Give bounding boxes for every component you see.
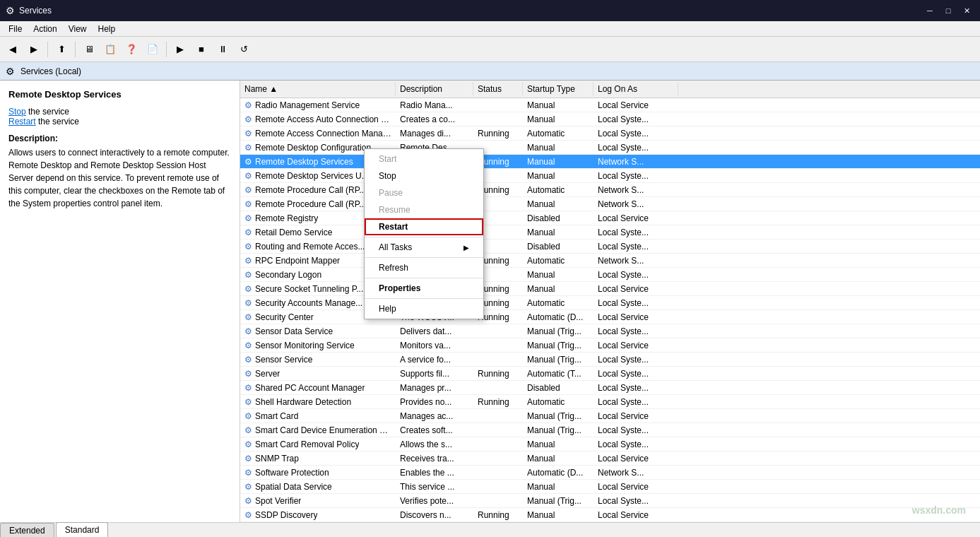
service-startup: Manual <box>523 268 594 281</box>
table-row[interactable]: ⚙Remote RegistryEnables rem...DisabledLo… <box>240 211 980 225</box>
help-button[interactable]: ❓ <box>122 40 141 59</box>
service-logon: Local Syste... <box>594 141 678 154</box>
table-row[interactable]: ⚙ServerSupports fil...RunningAutomatic (… <box>240 367 980 381</box>
properties-button[interactable]: 📋 <box>100 40 120 59</box>
context-menu-item-properties[interactable]: Properties <box>365 280 483 297</box>
left-panel: Remote Desktop Services Stop the service… <box>0 81 240 522</box>
service-startup: Manual <box>523 480 594 493</box>
action-links: Stop the service Restart the service <box>8 107 231 126</box>
table-row[interactable]: ⚙Security CenterThe WSCSV...RunningAutom… <box>240 310 980 324</box>
service-desc: Verifies pote... <box>396 495 473 507</box>
col-header-name[interactable]: Name ▲ <box>240 82 396 96</box>
table-row[interactable]: ⚙Software ProtectionEnables the ...Autom… <box>240 466 980 480</box>
table-row[interactable]: ⚙Remote Desktop Services U...Allows the … <box>240 169 980 183</box>
minimize-button[interactable]: ─ <box>922 3 938 18</box>
tab-extended[interactable]: Extended <box>0 523 54 537</box>
back-button[interactable]: ◀ <box>3 40 23 59</box>
content-area: Remote Desktop Services Stop the service… <box>0 81 980 522</box>
restart-service-button[interactable]: ↺ <box>234 40 254 59</box>
table-row[interactable]: ⚙Remote Desktop ServicesAllows user...Ru… <box>240 155 980 169</box>
col-header-desc[interactable]: Description <box>396 82 473 96</box>
pause-service-button[interactable]: ⏸ <box>213 40 232 59</box>
table-row[interactable]: ⚙Security Accounts Manage...The startup … <box>240 296 980 310</box>
table-row[interactable]: ⚙RPC Endpoint MapperResolves RP...Runnin… <box>240 254 980 268</box>
table-row[interactable]: ⚙Remote Procedure Call (RP...In Windows.… <box>240 197 980 211</box>
title-bar: ⚙ Services ─ □ ✕ <box>0 0 980 21</box>
table-row[interactable]: ⚙Spot VerifierVerifies pote...Manual (Tr… <box>240 494 980 508</box>
service-logon: Local Syste... <box>594 353 678 366</box>
table-row[interactable]: ⚙Sensor Data ServiceDelivers dat...Manua… <box>240 324 980 338</box>
export-button[interactable]: 📄 <box>143 40 163 59</box>
table-row[interactable]: ⚙Smart Card Removal PolicyAllows the s..… <box>240 437 980 452</box>
service-name: ⚙Spatial Data Service <box>240 480 396 493</box>
col-header-logon[interactable]: Log On As <box>594 82 678 96</box>
table-row[interactable]: ⚙Sensor ServiceA service fo...Manual (Tr… <box>240 353 980 367</box>
table-row[interactable]: ⚙Smart CardManages ac...Manual (Trig...L… <box>240 409 980 423</box>
service-name: ⚙Smart Card Removal Policy <box>240 438 396 451</box>
table-row[interactable]: ⚙Smart Card Device Enumeration ServiceCr… <box>240 423 980 437</box>
service-desc: A service fo... <box>396 353 473 366</box>
close-button[interactable]: ✕ <box>959 3 974 18</box>
service-logon: Local Syste... <box>594 226 678 239</box>
service-startup: Automatic (D... <box>523 311 594 324</box>
service-icon: ⚙ <box>244 242 252 252</box>
tab-standard[interactable]: Standard <box>56 522 109 537</box>
service-desc: Supports fil... <box>396 367 473 380</box>
service-icon: ⚙ <box>244 114 252 124</box>
table-row[interactable]: ⚙SNMP TrapReceives tra...ManualLocal Ser… <box>240 452 980 466</box>
service-desc: Creates soft... <box>396 424 473 437</box>
start-service-button[interactable]: ▶ <box>170 40 190 59</box>
service-icon: ⚙ <box>244 496 252 506</box>
table-row[interactable]: ⚙Routing and Remote Acces...Offers routi… <box>240 240 980 254</box>
restart-link[interactable]: Restart <box>8 117 36 126</box>
service-icon: ⚙ <box>244 383 252 393</box>
table-row[interactable]: ⚙Radio Management ServiceRadio Mana...Ma… <box>240 98 980 112</box>
service-logon: Local Syste... <box>594 367 678 380</box>
context-menu-separator <box>365 278 483 278</box>
context-menu-item-all-tasks[interactable]: All Tasks▶ <box>365 239 483 256</box>
menu-item-help[interactable]: Help <box>93 23 122 35</box>
table-row[interactable]: ⚙Remote Access Connection ManagerManages… <box>240 126 980 141</box>
table-row[interactable]: ⚙Secure Socket Tunneling P...Provides su… <box>240 282 980 296</box>
service-logon: Network S... <box>594 198 678 211</box>
context-menu-item-restart[interactable]: Restart <box>365 218 483 235</box>
context-menu-item-help[interactable]: Help <box>365 300 483 317</box>
service-icon: ⚙ <box>244 213 252 223</box>
service-name: ⚙Software Protection <box>240 466 396 479</box>
show-hide-button[interactable]: 🖥 <box>79 40 99 59</box>
table-row[interactable]: ⚙Spatial Data ServiceThis service ...Man… <box>240 480 980 494</box>
stop-service-button[interactable]: ■ <box>191 40 211 59</box>
table-row[interactable]: ⚙Shell Hardware DetectionProvides no...R… <box>240 395 980 409</box>
service-startup: Disabled <box>523 382 594 394</box>
service-logon: Local Service <box>594 311 678 324</box>
toolbar-separator-3 <box>166 42 167 57</box>
table-row[interactable]: ⚙SSDP DiscoveryDiscovers n...RunningManu… <box>240 508 980 522</box>
col-header-startup[interactable]: Startup Type <box>523 82 594 96</box>
table-row[interactable]: ⚙Retail Demo ServiceThe Retail D...Manua… <box>240 225 980 240</box>
service-logon: Network S... <box>594 155 678 168</box>
stop-link[interactable]: Stop <box>8 107 26 117</box>
service-startup: Manual <box>523 509 594 521</box>
table-row[interactable]: ⚙Shared PC Account ManagerManages pr...D… <box>240 381 980 395</box>
table-row[interactable]: ⚙Remote Access Auto Connection ManagerCr… <box>240 112 980 126</box>
forward-button[interactable]: ▶ <box>24 40 44 59</box>
menu-item-action[interactable]: Action <box>28 23 62 35</box>
service-logon: Local Service <box>594 283 678 295</box>
service-desc: Allows the s... <box>396 438 473 451</box>
table-row[interactable]: ⚙Secondary LogonEnables star...ManualLoc… <box>240 268 980 282</box>
menu-item-file[interactable]: File <box>3 23 28 35</box>
context-menu-item-stop[interactable]: Stop <box>365 167 483 184</box>
menu-item-view[interactable]: View <box>63 23 93 35</box>
up-button[interactable]: ⬆ <box>52 40 71 59</box>
service-status <box>473 415 523 418</box>
col-header-status[interactable]: Status <box>473 82 523 96</box>
table-row[interactable]: ⚙Remote Desktop ConfigurationRemote Des.… <box>240 141 980 155</box>
service-name: ⚙Shell Hardware Detection <box>240 396 396 408</box>
service-icon: ⚙ <box>244 284 252 294</box>
service-name: ⚙Remote Access Auto Connection Manager <box>240 113 396 126</box>
maximize-button[interactable]: □ <box>940 3 956 18</box>
context-menu-item-refresh[interactable]: Refresh <box>365 259 483 276</box>
service-logon: Local Service <box>594 410 678 423</box>
table-row[interactable]: ⚙Sensor Monitoring ServiceMonitors va...… <box>240 338 980 353</box>
table-row[interactable]: ⚙Remote Procedure Call (RP...The RPCSS .… <box>240 183 980 197</box>
